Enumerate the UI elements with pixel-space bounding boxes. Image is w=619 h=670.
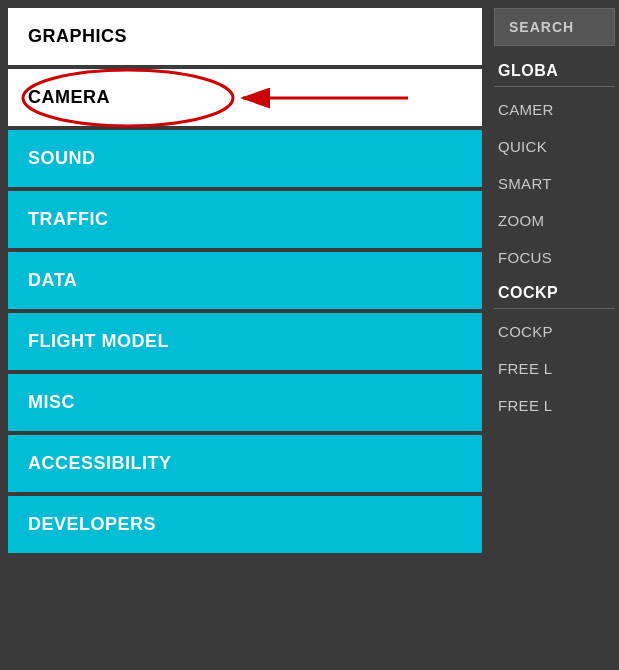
right-item-focus[interactable]: FOCUS [494, 239, 615, 276]
global-section-title: GLOBA [494, 54, 615, 84]
right-item-cockpit[interactable]: COCKP [494, 313, 615, 350]
sidebar-item-developers[interactable]: DEVELOPERS [8, 496, 482, 553]
left-panel: GRAPHICS CAMERA SOUND TRAFFIC DATA FLIGH… [0, 0, 490, 670]
misc-label: MISC [28, 392, 75, 413]
sidebar-item-data[interactable]: DATA [8, 252, 482, 309]
search-placeholder: SEARCH [509, 19, 574, 35]
sidebar-item-misc[interactable]: MISC [8, 374, 482, 431]
search-bar[interactable]: SEARCH [494, 8, 615, 46]
sidebar-item-graphics[interactable]: GRAPHICS [8, 8, 482, 65]
global-section: GLOBA CAMER QUICK SMART ZOOM FOCUS [494, 54, 615, 276]
data-label: DATA [28, 270, 77, 291]
sidebar-item-accessibility[interactable]: ACCESSIBILITY [8, 435, 482, 492]
sidebar-item-flight-model[interactable]: FLIGHT MODEL [8, 313, 482, 370]
right-item-free-look-1[interactable]: FREE L [494, 350, 615, 387]
cockpit-section: COCKP COCKP FREE L FREE L [494, 276, 615, 424]
traffic-label: TRAFFIC [28, 209, 108, 230]
graphics-label: GRAPHICS [28, 26, 127, 47]
sidebar-item-traffic[interactable]: TRAFFIC [8, 191, 482, 248]
right-item-zoom[interactable]: ZOOM [494, 202, 615, 239]
sidebar-item-camera[interactable]: CAMERA [8, 69, 482, 126]
global-divider [494, 86, 615, 87]
flight-model-label: FLIGHT MODEL [28, 331, 169, 352]
camera-label: CAMERA [28, 87, 110, 108]
developers-label: DEVELOPERS [28, 514, 156, 535]
right-item-free-look-2[interactable]: FREE L [494, 387, 615, 424]
cockpit-section-title: COCKP [494, 276, 615, 306]
sound-label: SOUND [28, 148, 96, 169]
right-item-smart[interactable]: SMART [494, 165, 615, 202]
accessibility-label: ACCESSIBILITY [28, 453, 172, 474]
sidebar-item-sound[interactable]: SOUND [8, 130, 482, 187]
cockpit-divider [494, 308, 615, 309]
right-item-camera[interactable]: CAMER [494, 91, 615, 128]
right-panel: SEARCH GLOBA CAMER QUICK SMART ZOOM FOCU… [490, 0, 619, 670]
right-item-quick[interactable]: QUICK [494, 128, 615, 165]
